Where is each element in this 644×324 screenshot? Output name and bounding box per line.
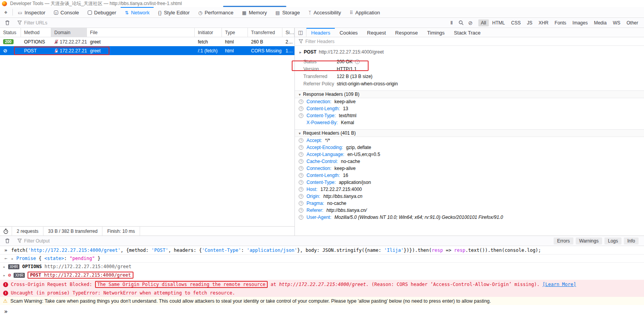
tab-stack-trace[interactable]: Stack Trace	[449, 28, 485, 37]
pause-icon[interactable]: ‖	[448, 19, 456, 27]
console-scam-warning[interactable]: ⚠ Scam Warning: Take care when pasting t…	[0, 297, 644, 305]
console-xhr-post-message[interactable]: ▸ ⊘ XHR POST http://172.22.27.215:4000/g…	[0, 270, 644, 280]
filter-info-button[interactable]: Info	[624, 237, 639, 244]
code-token: :	[241, 248, 246, 253]
request-list-panel: Status Method Domain File Initiator Type…	[0, 28, 295, 236]
help-icon[interactable]: ?	[299, 106, 303, 111]
summary-version-row: Version HTTP/1.1	[295, 65, 644, 73]
filter-output-input[interactable]	[24, 238, 125, 244]
response-headers-section[interactable]: ▾ Response Headers (109 B)	[295, 90, 644, 98]
console-result-message[interactable]: ← ▸ Promise { <state>: "pending" }	[0, 255, 644, 263]
filter-urls-input[interactable]	[24, 20, 125, 26]
column-initiator[interactable]: Initiator	[195, 28, 222, 37]
filter-type-all[interactable]: All	[478, 19, 489, 26]
filter-errors-button[interactable]: Errors	[554, 237, 573, 244]
filter-type-images[interactable]: Images	[570, 19, 590, 26]
request-url-line[interactable]: ▸ POST http://172.22.27.215:4000/greet	[295, 46, 644, 58]
tab-console[interactable]: ›Console	[50, 7, 83, 17]
twisty-icon[interactable]: ▸	[3, 273, 5, 277]
node-picker-icon[interactable]: ⌖	[0, 7, 12, 17]
code-token: 'POST'	[151, 248, 168, 253]
help-icon[interactable]: ?	[299, 113, 303, 118]
help-icon[interactable]: ?	[299, 215, 303, 220]
tab-headers[interactable]: Headers	[306, 28, 335, 37]
request-headers-title: Request Headers (401 B)	[303, 130, 356, 136]
filter-logs-button[interactable]: Logs	[604, 237, 621, 244]
help-icon[interactable]: ?	[299, 180, 303, 185]
column-status[interactable]: Status	[0, 28, 21, 37]
firefox-icon	[2, 1, 7, 6]
object-brace: }	[95, 256, 100, 261]
toolbox-tabbar: ⌖ ▭Inspector ›Console Debugger ⇅Network …	[0, 7, 644, 18]
help-icon[interactable]: ?	[299, 194, 303, 199]
request-headers-section[interactable]: ▾ Request Headers (401 B)	[295, 129, 644, 137]
twisty-icon[interactable]: ▸	[299, 50, 301, 54]
clear-requests-button[interactable]	[3, 19, 12, 27]
header-name: Connection:	[306, 99, 331, 104]
object-value: "pending"	[69, 256, 95, 261]
help-icon[interactable]: ?	[299, 208, 303, 213]
column-size[interactable]: Si…	[282, 28, 294, 37]
filter-headers-input[interactable]	[305, 39, 406, 44]
help-icon[interactable]: ?	[299, 152, 303, 157]
column-type[interactable]: Type	[222, 28, 248, 37]
column-transferred[interactable]: Transferred	[248, 28, 282, 37]
tab-timings[interactable]: Timings	[422, 28, 449, 37]
help-icon[interactable]: ?	[299, 138, 303, 143]
filter-type-fonts[interactable]: Fonts	[552, 19, 569, 26]
request-table-header: Status Method Domain File Initiator Type…	[0, 28, 294, 37]
filter-type-html[interactable]: HTML	[490, 19, 508, 26]
help-icon[interactable]: ?	[355, 59, 360, 64]
help-icon[interactable]: ?	[299, 173, 303, 178]
console-input-row[interactable]: »	[0, 305, 644, 316]
header-row: ?Pragma:no-cache	[295, 200, 644, 207]
filter-warnings-button[interactable]: Warnings	[576, 237, 602, 244]
help-icon[interactable]: ?	[299, 166, 303, 171]
filter-type-media[interactable]: Media	[591, 19, 609, 26]
column-file[interactable]: File	[87, 28, 195, 37]
search-icon[interactable]	[457, 19, 466, 27]
column-method[interactable]: Method	[21, 28, 51, 37]
tab-application[interactable]: ⠿Application	[345, 7, 384, 17]
tab-inspector[interactable]: ▭Inspector	[14, 7, 50, 17]
clear-console-button[interactable]	[3, 237, 12, 245]
tab-memory[interactable]: ▦Memory	[238, 7, 271, 17]
tab-network[interactable]: ⇅Network	[121, 7, 154, 17]
tab-performance[interactable]: ◷Performance	[194, 7, 238, 17]
filter-type-ws[interactable]: WS	[610, 19, 623, 26]
filter-type-css[interactable]: CSS	[509, 19, 524, 26]
tab-request[interactable]: Request	[362, 28, 390, 37]
help-icon[interactable]: ?	[299, 145, 303, 150]
column-domain[interactable]: Domain	[51, 28, 87, 37]
console-input-message[interactable]: » fetch('http://172.22.27.215:4000/greet…	[0, 246, 644, 255]
tab-accessibility[interactable]: ᛉAccessibility	[304, 7, 345, 17]
domain-text: 172.22.27.215:…	[60, 48, 87, 54]
domain-text: 172.22.27.215:…	[60, 39, 87, 45]
twisty-icon[interactable]: ▸	[3, 265, 5, 269]
help-icon[interactable]: ?	[299, 159, 303, 164]
twisty-icon[interactable]: ▸	[11, 256, 14, 261]
tab-debugger[interactable]: Debugger	[83, 7, 121, 17]
block-icon[interactable]: ⊘	[466, 19, 475, 27]
help-icon[interactable]: ?	[299, 99, 303, 104]
tab-response[interactable]: Response	[391, 28, 423, 37]
console-promise-error[interactable]: ! Uncaught (in promise) TypeError: Netwo…	[0, 289, 644, 297]
version-label: Version	[303, 66, 337, 72]
help-icon[interactable]: ?	[299, 187, 303, 192]
console-xhr-options-message[interactable]: ▸ XHR OPTIONS http://172.22.27.215:4000/…	[0, 263, 644, 270]
filter-type-js[interactable]: JS	[524, 19, 535, 26]
filter-type-xhr[interactable]: XHR	[536, 19, 551, 26]
console-cors-error[interactable]: ! Cross-Origin Request Blocked: The Same…	[0, 280, 644, 289]
filter-type-other[interactable]: Other	[624, 19, 641, 26]
header-value: 13	[343, 106, 348, 111]
tab-cookies[interactable]: Cookies	[335, 28, 362, 37]
perf-stopwatch-icon[interactable]	[0, 227, 12, 236]
help-icon[interactable]: ?	[299, 201, 303, 206]
request-row-post[interactable]: ⊘ POST 172.22.27.215:… greet /:1 (fetch)…	[0, 46, 294, 55]
request-row-options[interactable]: 200 OPTIONS 172.22.27.215:… greet fetch …	[0, 37, 294, 46]
tab-style-editor[interactable]: { }Style Editor	[154, 7, 194, 17]
learn-more-link[interactable]: [Learn More]	[542, 282, 576, 287]
tab-storage[interactable]: ▤Storage	[271, 7, 304, 17]
split-panel-icon[interactable]: ◫	[295, 28, 306, 37]
transferred-label: Transferred	[303, 74, 337, 79]
